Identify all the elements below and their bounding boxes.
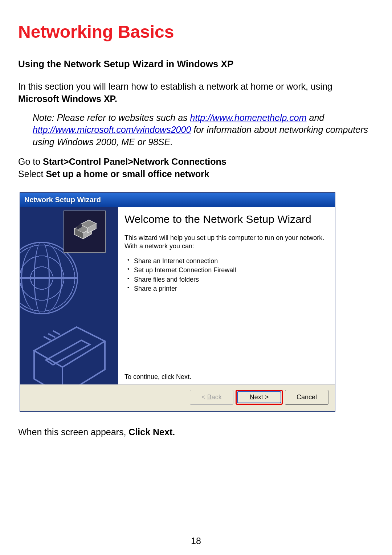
back-lt: < — [201, 393, 207, 401]
wizard-description: This wizard will help you set up this co… — [124, 234, 329, 250]
after-bold: Click Next. — [128, 427, 175, 437]
cancel-button[interactable]: Cancel — [285, 390, 328, 405]
step1-pre: Go to — [18, 156, 43, 167]
wizard-headline: Welcome to the Network Setup Wizard — [124, 213, 329, 226]
note-mid: and — [307, 113, 324, 123]
wizard-bullet-list: Share an Internet connection Set up Inte… — [127, 257, 329, 293]
note-prefix: Note: Please refer to websites such as — [33, 113, 190, 123]
intro-bold: Microsoft Windows XP. — [18, 94, 117, 104]
next-button-highlight: Next > — [236, 390, 283, 405]
wizard-bullet: Share files and folders — [127, 275, 329, 284]
back-rest: ack — [212, 393, 222, 401]
wizard-button-row: < Back Next > Cancel — [20, 385, 335, 411]
globe-icon — [20, 242, 78, 314]
note-link-homenethelp[interactable]: http://www.homenethelp.com — [190, 113, 307, 123]
next-underline: N — [250, 393, 254, 401]
wizard-titlebar: Network Setup Wizard — [20, 193, 335, 207]
wizard-bullet: Set up Internet Connection Firewall — [127, 266, 329, 275]
back-button: < Back — [190, 390, 233, 405]
wizard-continue-text: To continue, click Next. — [124, 373, 329, 381]
wizard-bullet: Share an Internet connection — [127, 257, 329, 266]
wizard-window: Network Setup Wizard — [20, 192, 335, 412]
section-heading: Using the Network Setup Wizard in Window… — [18, 58, 374, 70]
page-title: Networking Basics — [18, 22, 374, 42]
wizard-content: Welcome to the Network Setup Wizard This… — [118, 207, 335, 384]
computers-icon — [64, 211, 106, 253]
step2-pre: Select — [18, 169, 46, 179]
back-underline: B — [207, 393, 212, 401]
step1-bold: Start>Control Panel>Network Connections — [43, 156, 226, 167]
note-paragraph: Note: Please refer to websites such as h… — [33, 112, 374, 148]
steps-paragraph: Go to Start>Control Panel>Network Connec… — [18, 156, 374, 180]
wizard-sidebar-graphic — [20, 207, 118, 384]
next-button[interactable]: Next > — [237, 392, 281, 403]
step2-bold: Set up a home or small office network — [46, 169, 209, 179]
wizard-bullet: Share a printer — [127, 284, 329, 293]
page-number: 18 — [0, 536, 392, 546]
intro-paragraph: In this section you will learn how to es… — [18, 81, 374, 105]
note-link-microsoft[interactable]: http://www.microsoft.com/windows2000 — [33, 125, 191, 135]
after-pre: When this screen appears, — [18, 427, 128, 437]
wizard-body: Welcome to the Network Setup Wizard This… — [20, 207, 335, 385]
next-rest: ext > — [254, 393, 269, 401]
after-instruction: When this screen appears, Click Next. — [18, 427, 374, 437]
intro-text: In this section you will learn how to es… — [18, 81, 332, 91]
printer-icon — [20, 308, 118, 384]
